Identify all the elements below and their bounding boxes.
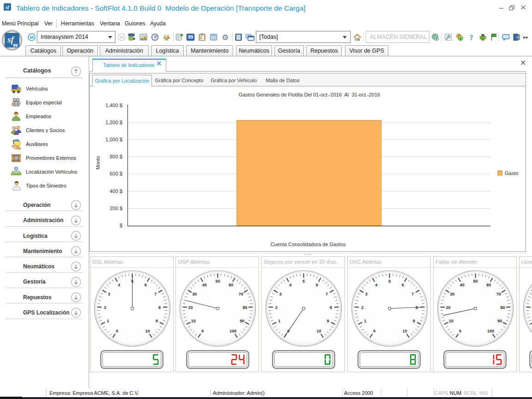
svg-text:60: 60 (229, 283, 234, 287)
svg-text:M: M (120, 35, 124, 40)
svg-text:10: 10 (402, 329, 407, 333)
svg-text:50: 50 (473, 279, 478, 284)
svg-text:3: 3 (108, 292, 110, 296)
svg-text:10: 10 (448, 319, 453, 323)
svg-text:40: 40 (459, 283, 464, 287)
svg-text:6: 6 (144, 283, 146, 287)
svg-text:7: 7 (154, 292, 157, 296)
svg-text:8: 8 (158, 305, 160, 310)
svg-text:20: 20 (188, 305, 193, 310)
svg-text:10: 10 (317, 329, 321, 333)
svg-text:1: 1 (107, 319, 109, 323)
svg-text:9: 9 (413, 319, 415, 323)
svg-text:80: 80 (500, 305, 505, 310)
svg-text:80: 80 (243, 305, 248, 310)
svg-text:0: 0 (115, 329, 118, 333)
svg-text:0: 0 (201, 329, 204, 333)
svg-text:sf: sf (5, 4, 10, 10)
svg-text:2: 2 (104, 305, 106, 310)
svg-text:90: 90 (240, 319, 244, 323)
svg-text:6: 6 (316, 283, 318, 287)
svg-text:⚙: ⚙ (222, 33, 229, 41)
svg-text:sf: sf (7, 35, 14, 44)
svg-text:9: 9 (155, 319, 157, 323)
svg-text:0: 0 (459, 329, 461, 333)
svg-text:90: 90 (497, 319, 502, 323)
svg-text:3: 3 (365, 292, 368, 296)
svg-text:70: 70 (496, 292, 501, 296)
svg-text:0: 0 (373, 329, 375, 333)
svg-text:6: 6 (402, 283, 404, 287)
svg-text:5: 5 (302, 279, 305, 284)
svg-text:10: 10 (191, 319, 196, 323)
svg-text:1: 1 (278, 319, 280, 323)
svg-text:5: 5 (388, 279, 391, 284)
svg-text:M: M (30, 35, 34, 40)
svg-text:9: 9 (327, 319, 329, 323)
svg-text:100: 100 (230, 329, 236, 333)
svg-text:99: 99 (188, 35, 193, 40)
svg-text:2: 2 (275, 305, 278, 310)
svg-text:$: $ (459, 36, 462, 41)
svg-text:10: 10 (145, 329, 150, 333)
svg-text:20: 20 (446, 305, 450, 310)
svg-text:2: 2 (361, 305, 363, 310)
svg-text:7: 7 (411, 292, 414, 296)
svg-text:100: 100 (487, 329, 494, 333)
svg-text:8: 8 (330, 305, 332, 310)
svg-text:60: 60 (486, 283, 491, 287)
svg-text:4: 4 (375, 283, 377, 287)
svg-text:4: 4 (289, 283, 291, 287)
svg-text:30: 30 (192, 292, 197, 296)
svg-text:50: 50 (216, 279, 220, 284)
svg-text:4: 4 (118, 283, 120, 287)
svg-text:40: 40 (202, 283, 207, 287)
svg-text:7: 7 (326, 292, 328, 296)
svg-text:1: 1 (364, 319, 366, 323)
svg-text:30: 30 (450, 292, 454, 296)
svg-text:?: ? (469, 33, 473, 41)
svg-text:70: 70 (239, 292, 243, 296)
svg-text:3: 3 (279, 292, 282, 296)
